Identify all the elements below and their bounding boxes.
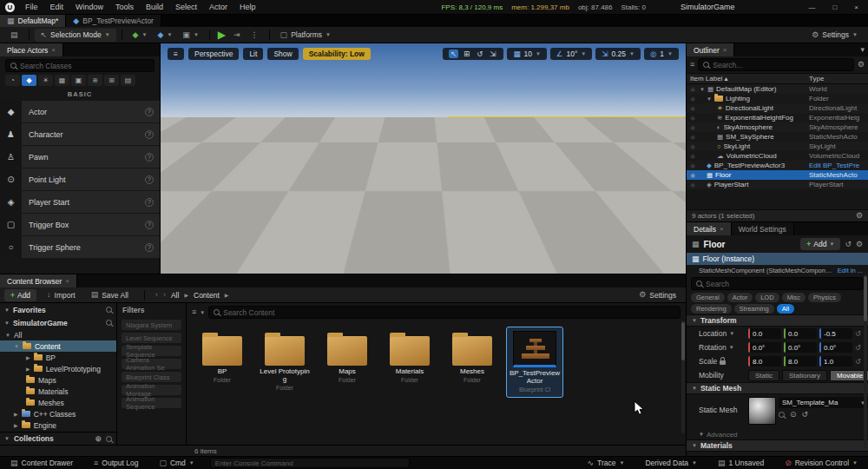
details-undo-icon[interactable]: ↺ — [845, 241, 852, 248]
select-tool-icon[interactable]: ↖ — [449, 50, 458, 58]
show-dropdown[interactable]: Show — [267, 48, 298, 60]
place-actors-search[interactable] — [5, 59, 155, 72]
view-mode-dropdown[interactable]: Lit — [243, 48, 263, 60]
place-actor-item[interactable]: ◆ Actor ? — [0, 101, 160, 123]
asset-blueprint-selected[interactable]: BP_TestPreviewActor Blueprint Cl — [506, 327, 563, 398]
scale-tool-icon[interactable]: ⇲ — [488, 50, 497, 58]
static-mesh-section-header[interactable]: ▼ Static Mesh — [687, 382, 868, 394]
add-component-button[interactable]: + Add ▼ — [800, 238, 840, 250]
category-shapes-icon[interactable]: ▦ — [55, 75, 69, 86]
grid-snap-control[interactable]: ▦ 10 ▼ — [507, 48, 546, 60]
filter-lod[interactable]: LOD — [755, 293, 779, 302]
outliner-row[interactable]: ◉ ◆ BP_TestPreviewActor3 Edit BP_TestPre — [687, 161, 868, 170]
category-geometry-icon[interactable]: ⊞ — [104, 75, 119, 86]
rotation-label[interactable]: Rotation▼ — [699, 343, 746, 352]
asset-folder-materials[interactable]: Materials Folder — [381, 327, 438, 388]
expand-arrow-icon[interactable]: ▼ — [707, 96, 712, 102]
asset-folder-meshes[interactable]: Meshes Folder — [444, 327, 501, 388]
outliner-search-input[interactable] — [713, 61, 849, 69]
console-command-input[interactable] — [215, 459, 404, 467]
reset-location-icon[interactable]: ↺ — [855, 330, 861, 338]
place-actor-item[interactable]: ◈ Player Start ? — [0, 191, 160, 214]
assets-scrollbar-thumb[interactable] — [681, 322, 685, 360]
filter-streaming[interactable]: Streaming — [734, 304, 774, 314]
close-icon[interactable]: × — [65, 277, 69, 285]
visibility-eye-icon[interactable]: ◉ — [690, 153, 697, 160]
reset-mesh-icon[interactable]: ↺ — [802, 411, 809, 419]
tab-content-browser[interactable]: Content Browser × — [0, 274, 77, 287]
add-collection-icon[interactable]: ⊕ — [95, 435, 102, 443]
favorites-header[interactable]: ▼ Favorites — [0, 303, 116, 316]
tree-item-meshes[interactable]: Meshes — [0, 397, 116, 408]
lock-icon[interactable] — [720, 360, 726, 365]
browse-asset-icon[interactable] — [779, 412, 785, 418]
help-icon[interactable]: ? — [145, 153, 154, 162]
category-effects-icon[interactable]: ≋ — [88, 75, 102, 86]
close-icon[interactable]: × — [723, 46, 727, 54]
materials-section-header[interactable]: ▼ Materials — [687, 439, 868, 452]
tab-world-settings[interactable]: World Settings — [732, 222, 794, 235]
tree-item-content[interactable]: ▼ Content — [0, 340, 116, 352]
mesh-thumbnail[interactable] — [748, 397, 776, 425]
rotation-y-field[interactable] — [784, 342, 817, 353]
search-icon[interactable] — [106, 320, 112, 326]
outliner-row[interactable]: ◉ ○ SkyLight SkyLight — [687, 142, 868, 151]
camera-speed-control[interactable]: ◎ 1 ▼ — [644, 48, 679, 60]
details-search[interactable] — [691, 277, 864, 290]
filter-all[interactable]: All — [777, 304, 794, 314]
filter-animation-montage[interactable]: Animation Montage — [122, 385, 181, 395]
cinematics-dropdown[interactable]: ▣▼ — [177, 29, 203, 42]
menu-help[interactable]: Help — [238, 3, 258, 11]
visibility-eye-icon[interactable]: ◉ — [690, 182, 697, 188]
filter-misc[interactable]: Misc — [782, 293, 806, 302]
details-search-input[interactable] — [706, 280, 858, 288]
search-icon[interactable] — [106, 307, 112, 313]
menu-actor[interactable]: Actor — [207, 3, 229, 11]
visibility-eye-icon[interactable]: ◉ — [690, 115, 697, 122]
mobility-static-button[interactable]: Static — [748, 370, 779, 381]
tab-defaultmap[interactable]: ▦ DefaultMap* — [0, 15, 66, 27]
scale-z-field[interactable] — [819, 356, 852, 367]
static-mesh-dropdown[interactable]: SM_Template_Ma ▼ — [779, 397, 868, 408]
tab-bp-testpreviewactor[interactable]: ◆ BP_TestPreviewActor — [66, 15, 161, 27]
menu-window[interactable]: Window — [74, 3, 105, 11]
console-command-box[interactable] — [210, 458, 410, 468]
tab-details[interactable]: Details × — [687, 222, 732, 235]
component-tree-root[interactable]: ▦ Floor (Instance) — [687, 253, 868, 265]
unsaved-button[interactable]: ▤ 1 Unsaved — [713, 457, 769, 469]
place-actor-item[interactable]: ⊙ Point Light ? — [0, 168, 160, 191]
outliner-row[interactable]: ◉ ☀ DirectionalLight DirectionalLight — [687, 103, 868, 113]
perspective-dropdown[interactable]: Perspective — [188, 48, 239, 60]
filter-rendering[interactable]: Rendering — [691, 304, 732, 314]
expand-arrow-icon[interactable]: ▼ — [700, 87, 705, 92]
tree-item-bp[interactable]: ▶ BP — [0, 352, 116, 363]
outliner-row[interactable]: ◉ ☁ VolumetricCloud VolumetricCloud — [687, 151, 868, 161]
cb-settings-button[interactable]: ⚙ Settings — [634, 288, 681, 301]
settings-dropdown[interactable]: ⚙ Settings ▼ — [806, 29, 863, 42]
filter-actor[interactable]: Actor — [727, 293, 753, 302]
dock-options-icon[interactable]: ▾ — [860, 43, 868, 56]
filter-animation-sequence[interactable]: Animation Sequence — [122, 398, 181, 408]
content-drawer-button[interactable]: ▤ Content Drawer — [5, 457, 78, 469]
outliner-row[interactable]: ◉ ≋ ExponentialHeightFog ExponentialHeig — [687, 113, 868, 122]
search-classes-input[interactable] — [20, 62, 149, 70]
filter-icon[interactable]: ≡ — [192, 308, 196, 316]
rotate-tool-icon[interactable]: ↺ — [475, 50, 484, 58]
tree-item-maps[interactable]: Maps — [0, 374, 116, 386]
filter-icon[interactable]: ≡ — [690, 61, 694, 69]
outliner-row[interactable]: ◉ ▦ SM_SkySphere StaticMeshActo — [687, 132, 868, 142]
filter-blueprint-class[interactable]: Blueprint Class — [122, 372, 181, 382]
scalability-warning-badge[interactable]: Scalability: Low — [303, 48, 371, 60]
close-button[interactable]: × — [850, 3, 863, 11]
import-button[interactable]: ↓ Import — [42, 288, 81, 301]
outliner-row[interactable]: ◉ ▼ Lighting Folder — [687, 94, 868, 103]
category-lights-icon[interactable]: ☀ — [38, 75, 53, 86]
blueprints-dropdown[interactable]: ◆▼ — [152, 29, 177, 42]
tree-item-materials[interactable]: Materials — [0, 386, 116, 397]
cmd-dropdown[interactable]: ▢ Cmd ▼ — [154, 457, 199, 469]
outliner-row[interactable]: ◉ ◐ SkyAtmosphere SkyAtmosphere — [687, 122, 868, 132]
cb-add-button[interactable]: + Add — [4, 289, 36, 301]
category-recent-icon[interactable]: ◔ — [5, 75, 20, 86]
place-actor-item[interactable]: ♟ Character ? — [0, 123, 160, 146]
forward-icon[interactable]: › — [163, 291, 166, 299]
